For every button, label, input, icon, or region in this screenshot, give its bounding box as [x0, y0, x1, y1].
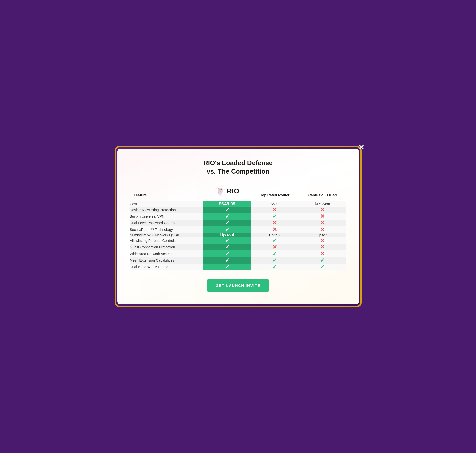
rio-check-icon: ✓ [225, 257, 230, 263]
rio-check-icon: ✓ [225, 264, 230, 270]
rio-value-cell: ✓ [203, 264, 251, 270]
feature-cell: SecureRoom™ Technology [130, 226, 204, 233]
cable-value-cell: $150/year [299, 201, 346, 207]
rio-check-icon: ✓ [225, 220, 230, 226]
cross-icon: ✕ [272, 226, 277, 233]
cross-icon: ✕ [320, 237, 325, 244]
cross-icon: ✕ [272, 207, 277, 213]
check-icon: ✓ [272, 213, 277, 219]
table-row: Wide Area Network Access✓✓✕ [130, 250, 346, 257]
cross-icon: ✕ [320, 220, 325, 226]
comparison-table: Feature [130, 184, 346, 270]
page-title: RIO's Loaded Defense vs. The Competition [130, 159, 346, 176]
cross-icon: ✕ [320, 207, 325, 213]
rio-check-icon: ✓ [225, 213, 230, 219]
rio-value-cell: ✓ [203, 237, 251, 244]
feature-cell: Wide Area Network Access [130, 250, 204, 257]
outer-container: ✕ RIO's Loaded Defense vs. The Competiti… [115, 146, 362, 307]
rio-value-cell: ✓ [203, 250, 251, 257]
router-value-cell: ✓ [251, 250, 299, 257]
table-row: Dual Level Password Control✓✕✕ [130, 220, 346, 226]
feature-column-header: Feature [130, 184, 204, 201]
check-icon: ✓ [272, 257, 277, 263]
check-icon: ✓ [272, 250, 277, 257]
table-header-row: Feature [130, 184, 346, 201]
feature-cell: Cost [130, 201, 204, 207]
feature-cell: Device Allowlisting Protection [130, 207, 204, 213]
check-icon: ✓ [272, 237, 277, 244]
rio-check-icon: ✓ [225, 244, 230, 250]
check-icon: ✓ [320, 264, 325, 270]
router-value-cell: ✕ [251, 220, 299, 226]
cable-value-cell: ✕ [299, 244, 346, 250]
rio-logo-text: RIO [227, 187, 239, 195]
cable-value-cell: ✕ [299, 213, 346, 220]
card: RIO's Loaded Defense vs. The Competition… [117, 149, 359, 304]
table-row: Device Allowlisting Protection✓✕✕ [130, 207, 346, 213]
close-button[interactable]: ✕ [358, 143, 364, 152]
feature-cell: Allowlisting Parental Controls [130, 237, 204, 244]
feature-cell: Dual Band WiFi 6 Speed [130, 264, 204, 270]
table-row: Mesh Extension Capabilities✓✓✓ [130, 257, 346, 264]
router-value-cell: $699 [251, 201, 299, 207]
check-icon: ✓ [320, 257, 325, 263]
router-value-cell: ✕ [251, 207, 299, 213]
table-row: Allowlisting Parental Controls✓✓✕ [130, 237, 346, 244]
router-value-cell: Up to 2 [251, 233, 299, 237]
gold-border-frame: RIO's Loaded Defense vs. The Competition… [115, 146, 362, 307]
rio-value-cell: ✓ [203, 244, 251, 250]
check-icon: ✓ [272, 264, 277, 270]
table-body: Cost$649.99$699$150/yearDevice Allowlist… [130, 201, 346, 270]
cable-value-cell: ✕ [299, 220, 346, 226]
cable-value-cell: ✕ [299, 207, 346, 213]
cable-value-cell: ✕ [299, 250, 346, 257]
rio-logo-icon [215, 186, 225, 196]
get-launch-invite-button[interactable]: GET LAUNCH INVITE [207, 279, 269, 292]
rio-check-icon: ✓ [225, 207, 230, 213]
cross-icon: ✕ [272, 244, 277, 250]
rio-check-icon: ✓ [225, 226, 230, 233]
cta-container: GET LAUNCH INVITE [130, 279, 346, 292]
router-value-cell: ✓ [251, 237, 299, 244]
table-row: Dual Band WiFi 6 Speed✓✓✓ [130, 264, 346, 270]
rio-value-cell: $649.99 [203, 201, 251, 207]
rio-value-cell: Up to 4 [203, 233, 251, 237]
cross-icon: ✕ [320, 226, 325, 233]
cable-value-cell: ✕ [299, 226, 346, 233]
cable-value-cell: ✓ [299, 257, 346, 264]
rio-check-icon: ✓ [225, 250, 230, 257]
feature-cell: Guest Connection Protection [130, 244, 204, 250]
router-value-cell: ✓ [251, 257, 299, 264]
cross-icon: ✕ [272, 220, 277, 226]
rio-value-cell: ✓ [203, 220, 251, 226]
cable-value-cell: ✓ [299, 264, 346, 270]
feature-cell: Built-in Universal VPN [130, 213, 204, 220]
cross-icon: ✕ [320, 250, 325, 257]
table-row: Number of WiFi Networks (SSID)Up to 4Up … [130, 233, 346, 237]
router-value-cell: ✕ [251, 244, 299, 250]
cable-value-cell: Up to 1 [299, 233, 346, 237]
router-value-cell: ✓ [251, 213, 299, 220]
rio-value-cell: ✓ [203, 257, 251, 264]
table-row: Cost$649.99$699$150/year [130, 201, 346, 207]
router-value-cell: ✓ [251, 264, 299, 270]
rio-column-header: RIO [203, 184, 251, 201]
rio-check-icon: ✓ [225, 237, 230, 244]
router-value-cell: ✕ [251, 226, 299, 233]
table-row: Guest Connection Protection✓✕✕ [130, 244, 346, 250]
table-row: SecureRoom™ Technology✓✕✕ [130, 226, 346, 233]
cable-value-cell: ✕ [299, 237, 346, 244]
router-column-header: Top Rated Router [251, 184, 299, 201]
rio-value-cell: ✓ [203, 213, 251, 220]
cross-icon: ✕ [320, 213, 325, 219]
rio-value-cell: ✓ [203, 226, 251, 233]
rio-value-cell: ✓ [203, 207, 251, 213]
feature-cell: Dual Level Password Control [130, 220, 204, 226]
cross-icon: ✕ [320, 244, 325, 250]
cable-column-header: Cable Co. Issued [299, 184, 346, 201]
feature-cell: Number of WiFi Networks (SSID) [130, 233, 204, 237]
rio-logo-area: RIO [207, 186, 247, 196]
table-row: Built-in Universal VPN✓✓✕ [130, 213, 346, 220]
feature-cell: Mesh Extension Capabilities [130, 257, 204, 264]
